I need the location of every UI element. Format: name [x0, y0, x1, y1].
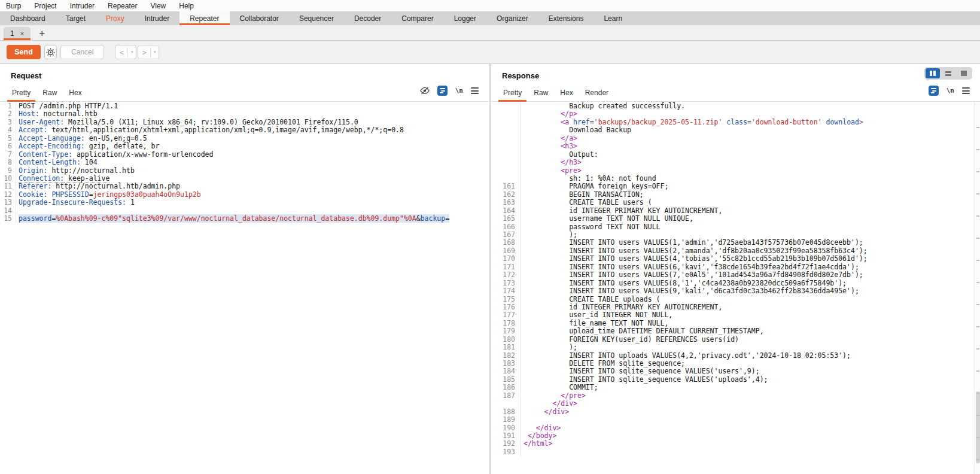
- code-line: 161PRAGMA foreign_keys=OFF;: [491, 183, 980, 190]
- line-number: 6: [0, 142, 16, 150]
- prev-request-button[interactable]: < ▾: [115, 45, 136, 59]
- scrollbar-thumb[interactable]: [976, 391, 980, 463]
- code-line: 8Content-Length: 104: [0, 159, 489, 166]
- line-number: 11: [0, 183, 16, 190]
- code-line: 10Connection: keep-alive: [0, 175, 489, 183]
- scrollbar-tick: [976, 437, 979, 438]
- tab-comparer[interactable]: Comparer: [391, 11, 443, 25]
- code-line: 192</html>: [491, 440, 980, 448]
- tab-target[interactable]: Target: [56, 11, 96, 25]
- scrollbar-tick: [976, 348, 979, 350]
- code-line: 167);: [491, 231, 980, 239]
- main-tab-bar: DashboardTargetProxyIntruderRepeaterColl…: [0, 11, 980, 25]
- response-header: Response PrettyRawHexRender \n: [491, 64, 980, 102]
- next-request-button[interactable]: > ▾: [138, 45, 159, 59]
- code-line: 3User-Agent: Mozilla/5.0 (X11; Linux x86…: [0, 118, 489, 126]
- line-number: 193: [491, 448, 521, 456]
- tab-sequencer[interactable]: Sequencer: [289, 11, 344, 25]
- tab-extensions[interactable]: Extensions: [538, 11, 594, 25]
- code-line: </p>: [491, 110, 980, 118]
- tab-logger[interactable]: Logger: [444, 11, 486, 25]
- line-number: 178: [491, 320, 521, 327]
- line-number: 172: [491, 271, 521, 279]
- cancel-button[interactable]: Cancel: [60, 45, 104, 59]
- line-number: [491, 175, 521, 183]
- scrollbar-tick: [976, 326, 979, 327]
- response-tab-raw[interactable]: Raw: [528, 86, 554, 101]
- response-tab-pretty[interactable]: Pretty: [497, 86, 528, 101]
- code-line: 1POST /admin.php HTTP/1.1: [0, 102, 489, 110]
- code-line: 191</body>: [491, 432, 980, 440]
- request-panel: Request PrettyRawHex \n 1POST /admin.php…: [0, 64, 489, 474]
- line-number: 166: [491, 223, 521, 231]
- tab-organizer[interactable]: Organizer: [486, 11, 538, 25]
- response-scrollbar[interactable]: [975, 102, 980, 474]
- dropdown-caret-icon[interactable]: ▾: [151, 45, 159, 59]
- tab-collaborator[interactable]: Collaborator: [230, 11, 289, 25]
- code-line: 183DELETE FROM sqlite_sequence;: [491, 360, 980, 367]
- code-line: 162BEGIN TRANSACTION;: [491, 191, 980, 199]
- dropdown-caret-icon[interactable]: ▾: [128, 45, 136, 59]
- code-line: 190</div>: [491, 424, 980, 432]
- scrollbar-tick: [976, 282, 979, 283]
- newline-toggle-icon[interactable]: \n: [946, 87, 954, 95]
- tab-repeater[interactable]: Repeater: [179, 11, 229, 25]
- repeater-tab-1[interactable]: 1 ×: [4, 27, 31, 40]
- code-line: 168INSERT INTO users VALUES(1,'admin','d…: [491, 239, 980, 247]
- line-number: 167: [491, 231, 521, 239]
- line-number: 170: [491, 255, 521, 263]
- visibility-off-icon[interactable]: [420, 86, 430, 95]
- request-view-tabs: PrettyRawHex: [6, 86, 88, 101]
- code-line: </a>: [491, 135, 980, 142]
- code-line: </div>: [491, 400, 980, 408]
- repeater-tab-row: 1 × +: [0, 25, 980, 41]
- editor-menu-icon[interactable]: [471, 87, 479, 94]
- line-number: 10: [0, 175, 16, 183]
- response-tab-render[interactable]: Render: [579, 86, 614, 101]
- tab-proxy[interactable]: Proxy: [96, 11, 135, 25]
- menu-view[interactable]: View: [150, 2, 166, 10]
- request-tab-hex[interactable]: Hex: [63, 86, 87, 101]
- menu-bar: BurpProjectIntruderRepeaterViewHelp: [0, 0, 980, 11]
- menu-help[interactable]: Help: [179, 2, 194, 10]
- request-header: Request PrettyRawHex \n: [0, 64, 489, 102]
- line-number: 1: [0, 102, 16, 110]
- scrollbar-tick: [976, 193, 979, 195]
- request-tab-pretty[interactable]: Pretty: [6, 86, 36, 101]
- code-line: 185INSERT INTO sqlite_sequence VALUES('u…: [491, 376, 980, 384]
- close-tab-icon[interactable]: ×: [20, 30, 24, 37]
- code-line: 187</pre>: [491, 392, 980, 400]
- menu-repeater[interactable]: Repeater: [108, 2, 137, 10]
- menu-intruder[interactable]: Intruder: [70, 2, 95, 10]
- add-tab-button[interactable]: +: [39, 28, 45, 38]
- code-line: Download Backup: [491, 126, 980, 134]
- tab-decoder[interactable]: Decoder: [344, 11, 391, 25]
- tab-dashboard[interactable]: Dashboard: [0, 11, 56, 25]
- scrollbar-tick: [976, 459, 979, 460]
- request-tab-raw[interactable]: Raw: [36, 86, 63, 101]
- code-line: 188</div>: [491, 408, 980, 416]
- response-tab-hex[interactable]: Hex: [554, 86, 579, 101]
- response-editor[interactable]: Backup created successfully.</p><a href=…: [491, 102, 980, 474]
- send-settings-button[interactable]: [44, 45, 57, 59]
- prettify-icon[interactable]: [929, 86, 939, 96]
- menu-burp[interactable]: Burp: [6, 2, 21, 10]
- request-editor[interactable]: 1POST /admin.php HTTP/1.12Host: nocturna…: [0, 102, 489, 474]
- line-number: 191: [491, 432, 521, 440]
- menu-project[interactable]: Project: [34, 2, 56, 10]
- response-view-tabs: PrettyRawHexRender: [497, 86, 614, 101]
- code-line: 2Host: nocturnal.htb: [0, 110, 489, 118]
- line-number: 183: [491, 360, 521, 367]
- tab-intruder[interactable]: Intruder: [135, 11, 179, 25]
- code-line: 15password=%0Abash%09-c%09"sqlite3%09/va…: [0, 215, 489, 223]
- tab-learn[interactable]: Learn: [594, 11, 632, 25]
- editor-menu-icon[interactable]: [962, 87, 970, 94]
- line-number: 171: [491, 263, 521, 271]
- code-line: 13Upgrade-Insecure-Requests: 1: [0, 199, 489, 206]
- code-line: 178file_name TEXT NOT NULL,: [491, 320, 980, 327]
- line-number: 192: [491, 440, 521, 448]
- prettify-icon[interactable]: [437, 86, 448, 96]
- newline-toggle-icon[interactable]: \n: [455, 87, 463, 95]
- code-line: 12Cookie: PHPSESSID=jeringps03a0puah4oOn…: [0, 191, 489, 199]
- send-button[interactable]: Send: [7, 45, 41, 59]
